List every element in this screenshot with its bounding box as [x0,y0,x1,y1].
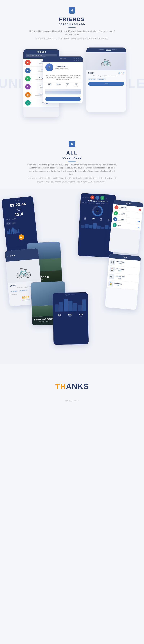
friend-card-stats: 125 km 5234 minutes 520 kcal 10 ranking [43,82,83,88]
shop-phone-header: ← NORMAL SEARCH FILTER [86,48,126,52]
graph-bar-7 [82,300,86,311]
mini-info-craig: Craig The professional... [119,212,128,216]
shop-phone: ← NORMAL SEARCH FILTER 🚲 GIANT 2877 P We… [86,48,126,112]
mini-badge-edward: 10 [139,209,141,210]
stat-ranking: 10 ranking [74,83,78,86]
shop-unlock-button[interactable]: Unlock [88,82,124,86]
friend-card-more-button[interactable]: ··· [78,58,81,61]
mini-badge-kelly: 17 [138,221,140,222]
search-icon: 🔍 [27,55,29,56]
friend-avatar-jerry: J [25,100,31,106]
stat-ranking-label: ranking [74,86,78,86]
pwave-5 [97,226,101,229]
mini-info-jerry: Jerry [117,225,121,226]
section-4-subtitle: SEARCH ADN ADD [0,23,144,26]
thanks-letter-k: K [78,382,83,390]
profile-circle-inner: 36 [93,207,102,215]
friends-label: FRIENDS [83,196,89,198]
shop-product-price: 2877 P [118,72,124,74]
phones-area: UNIQUE CYCLE FRIENDS 🔍 SEARCH FRIEND E E… [0,46,144,121]
timer-sub1: 7.5cm [6,218,10,221]
thanks-title: THANKS [0,382,144,391]
mini-info-edward: Edward Like to ride the... [119,206,127,210]
section-4-desc-cn: 这里添加了积分的功能，1公里10积分，积分解锁和赛事同款更高端更贵更帅的车型 [27,37,117,40]
back-icon[interactable]: ← [88,49,90,51]
graph-stat-lbl-2: hrs [68,316,72,317]
profile-more-friends: +8 [105,198,107,199]
graph-bar-6 [78,305,82,311]
wave-bar-3 [11,230,13,234]
section-5-divider [68,161,76,162]
stat-km-label: km [48,86,51,86]
thanks-letter-s: S [84,382,89,390]
shop-tab-filter[interactable]: FILTER [112,49,117,50]
section-5-desc-en: From idea to fall to the ground, first d… [27,163,117,176]
friend-avatar-edward: E [25,60,31,65]
friend-card-heart-button[interactable]: ♡ [74,58,77,61]
shop-tab-normal[interactable]: NORMAL [99,49,104,50]
mosaic-phone-graph: ROUTE STATS 24 km 1:23 [53,292,89,345]
profile-route-label: ROUTE [82,202,87,204]
graph-stat-1: 24 km [58,314,61,317]
graph-bar-5 [73,303,77,311]
timer-stats-row: 1.2+ 7.5 [6,220,33,225]
profile-stat-3: 12 shop [100,218,102,221]
wave-bar-4 [12,228,14,234]
bike-large-icon: 🚲 [15,263,32,279]
mini-badge-jerry: 8 [137,227,139,228]
section-4-number: 4 [69,7,75,14]
stat-minutes-value: 5234 [56,83,60,85]
wave-bar-6 [16,230,18,234]
mini-info-kelly: Kelly Obsessed about... [118,218,127,222]
profile-circle-progress: 36 [92,206,103,217]
graph-bar-4 [68,300,73,311]
profile-mini-avatar-kelly: K [100,196,104,200]
stat-kcal-label: kcal [66,86,69,86]
shop-product-desc: We new the product, this is the best pro… [88,75,124,77]
pwave-2 [85,224,89,228]
friend-avatar-kelly: K [25,68,31,73]
section-thanks: THANKS [0,372,144,398]
shop-tab-search[interactable]: SEARCH [106,49,111,50]
timer-sub2: 11.8m [12,218,16,220]
pwave-6 [101,227,105,229]
profile-stat-1: 13 route [84,217,87,220]
friend-card-tagline: Really Enjoy Cycling [55,68,68,69]
bike-color-filter: Color Filter [11,294,18,296]
graph-header: ROUTE STATS [54,294,86,296]
pwave-7 [105,225,109,230]
friends-phone-title: FRIENDS [26,51,57,53]
friend-card-graph-line [45,91,81,94]
timer-play-button[interactable]: ▶ [18,234,24,240]
bike-img-area: 🚲 [6,259,41,283]
pwave-3 [89,225,93,228]
shop-tag-disc: Double Disc [97,78,106,80]
thanks-letter-a: A [66,382,72,390]
gear-info-sennheiser: SENNHEISER $300 [116,261,125,264]
gear-icon-rudy: ⛑ [109,274,114,280]
bike-tag-disc: Double Disc [19,289,28,292]
mosaic-phone-gear-list: SHOP 🎧 SENNHEISER $300 ⌚ FITBT SURGE $20… [105,254,141,310]
friends-list-screen: FRIENDS E Edward Like to ride the... 10 … [108,200,143,255]
wave-bar-2 [9,229,11,234]
friend-card-graph [45,89,81,94]
gear-price-rudy: $350 [115,277,124,279]
section-5-desc-cn: 从想法落地，先画了纸原型，整理了下logo和交互，然后切视觉说明文档大概花了三天… [27,177,117,183]
gear-info-rudy: RUDYPROJECT $350 [115,276,125,279]
timer-stat-2: 7.5 [12,222,16,224]
profile-stats-row: 13 route 100 km 12 shop 6 circle [81,217,113,222]
stat-kcal: 520 kcal [66,83,69,86]
bike-back-icon[interactable]: ← [7,255,9,258]
mini-avatar-craig: C [114,211,118,216]
profile-stat-lbl-1: route [84,219,86,220]
graph-stat-lbl-3: kcal [79,316,83,317]
graph-bar-3 [64,299,68,312]
gear-info-fitbt: FITBT SURGE $200 [116,268,124,272]
pwave-1 [81,225,85,228]
section-5-number: 5 [69,141,75,147]
friend-card-add-button[interactable]: + [45,97,81,101]
mosaic-wrap: ROUTE 01:23:44 8.0 12.4 7.5cm 11.8m 1.2+… [0,188,144,364]
section-friends: 4 FRIENDS SEARCH ADN ADD Here to add the… [0,0,144,132]
mini-name-jerry: Jerry [117,225,121,226]
friend-card-quote: Since I was young, I like to ride a bike… [43,73,83,82]
